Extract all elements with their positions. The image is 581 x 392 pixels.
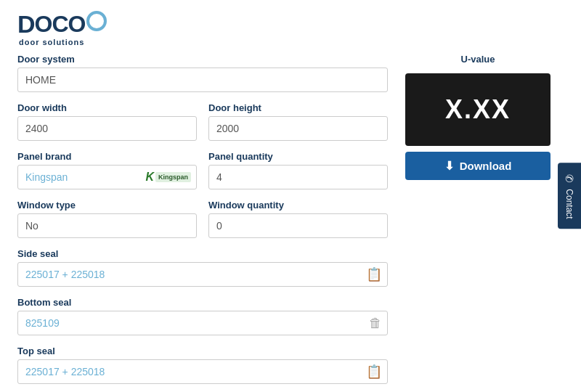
window-type-label: Window type bbox=[17, 200, 197, 211]
form-area: Door system Door width Door height Panel… bbox=[17, 54, 388, 392]
window-type-group: Window type bbox=[17, 200, 197, 238]
logo-oco: OCO bbox=[35, 12, 86, 36]
panel-brand-wrapper: K Kingspan bbox=[17, 165, 197, 189]
logo-text: D OCO bbox=[17, 12, 107, 36]
side-seal-icon[interactable]: 📋 bbox=[366, 266, 382, 282]
panel-quantity-input[interactable] bbox=[208, 165, 388, 189]
kingspan-name: Kingspan bbox=[155, 172, 191, 182]
top-seal-icon[interactable]: 📋 bbox=[366, 364, 382, 380]
door-height-input[interactable] bbox=[208, 116, 388, 141]
logo-subtitle: door solutions bbox=[17, 38, 84, 46]
door-system-group: Door system bbox=[17, 54, 388, 92]
main-content: Door system Door width Door height Panel… bbox=[0, 54, 581, 392]
logo-circle-icon bbox=[86, 11, 107, 31]
panel-brand-label: Panel brand bbox=[17, 151, 197, 162]
door-system-input[interactable] bbox=[17, 68, 388, 92]
window-quantity-input[interactable] bbox=[208, 213, 388, 238]
panel-row: Panel brand K Kingspan Panel quantity bbox=[17, 151, 388, 189]
window-type-input[interactable] bbox=[17, 213, 197, 238]
side-seal-wrapper: 📋 bbox=[17, 262, 388, 287]
panel-brand-group: Panel brand K Kingspan bbox=[17, 151, 197, 189]
door-width-input[interactable] bbox=[17, 116, 197, 141]
panel-quantity-label: Panel quantity bbox=[208, 151, 388, 162]
window-row: Window type Window quantity bbox=[17, 200, 388, 238]
bottom-seal-group: Bottom seal 🗑 bbox=[17, 297, 388, 335]
bottom-seal-label: Bottom seal bbox=[17, 297, 388, 308]
door-system-label: Door system bbox=[17, 54, 388, 65]
door-width-group: Door width bbox=[17, 102, 197, 141]
side-seal-group: Side seal 📋 bbox=[17, 248, 388, 287]
kingspan-k-icon: K bbox=[145, 171, 154, 184]
top-seal-input[interactable] bbox=[17, 359, 388, 384]
door-height-group: Door height bbox=[208, 102, 388, 141]
top-seal-label: Top seal bbox=[17, 346, 388, 356]
contact-label: Contact bbox=[564, 189, 574, 219]
top-seal-wrapper: 📋 bbox=[17, 359, 388, 384]
u-value-display: X.XX bbox=[405, 73, 550, 146]
download-button[interactable]: ⬇ Download bbox=[405, 152, 550, 180]
dimensions-row: Door width Door height bbox=[17, 102, 388, 141]
panel-quantity-group: Panel quantity bbox=[208, 151, 388, 189]
door-width-label: Door width bbox=[17, 102, 197, 113]
logo-d: D bbox=[17, 12, 35, 36]
contact-sidebar[interactable]: ✆ Contact bbox=[558, 163, 581, 229]
bottom-seal-icon[interactable]: 🗑 bbox=[369, 316, 382, 331]
logo-box: D OCO door solutions bbox=[17, 12, 107, 46]
top-seal-group: Top seal 📋 bbox=[17, 346, 388, 384]
window-quantity-label: Window quantity bbox=[208, 200, 388, 211]
side-seal-input[interactable] bbox=[17, 262, 388, 287]
bottom-seal-wrapper: 🗑 bbox=[17, 311, 388, 335]
phone-icon: ✆ bbox=[564, 173, 575, 184]
download-icon: ⬇ bbox=[444, 159, 454, 173]
download-label: Download bbox=[460, 160, 512, 172]
logo-area: D OCO door solutions bbox=[0, 0, 581, 54]
door-height-label: Door height bbox=[208, 102, 388, 113]
u-value-label: U-value bbox=[405, 54, 550, 65]
side-seal-label: Side seal bbox=[17, 248, 388, 259]
right-panel: U-value X.XX ⬇ Download bbox=[405, 54, 550, 392]
bottom-seal-input[interactable] bbox=[17, 311, 388, 335]
window-quantity-group: Window quantity bbox=[208, 200, 388, 238]
kingspan-logo-inside: K Kingspan bbox=[145, 171, 191, 184]
